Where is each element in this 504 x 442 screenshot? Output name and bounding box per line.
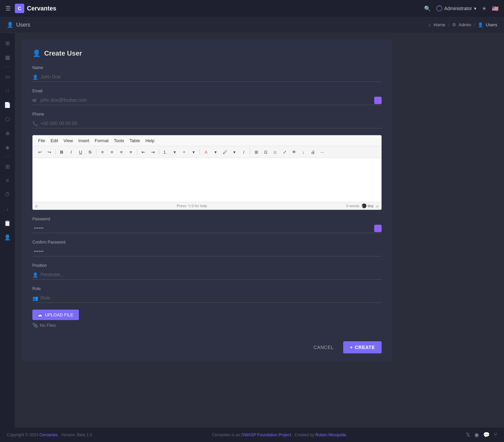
footer-owasp-link[interactable]: OWASP Foundation Project bbox=[241, 433, 291, 437]
highlight-dropdown[interactable]: ▾ bbox=[230, 148, 239, 156]
menu-icon[interactable]: ☰ bbox=[5, 5, 11, 12]
undo-button[interactable]: ↩ bbox=[35, 148, 44, 156]
github-icon[interactable]: ⑂ bbox=[494, 432, 497, 438]
editor-statusbar-right: 0 words t tiny ⊿ bbox=[346, 203, 379, 209]
users-icon: 👤 bbox=[7, 22, 13, 28]
emoji-button[interactable]: ☺ bbox=[271, 148, 279, 156]
sidebar-download-icon[interactable]: ↓ bbox=[1, 203, 13, 215]
underline-button[interactable]: U bbox=[76, 148, 85, 156]
editor-statusbar: p Press ⌥0 for help 0 words t tiny ⊿ bbox=[33, 202, 381, 210]
cancel-button[interactable]: CANCEL bbox=[308, 341, 339, 353]
role-input[interactable] bbox=[32, 293, 382, 303]
confirm-password-label: Confirm Password bbox=[32, 240, 382, 245]
ordered-list-dropdown[interactable]: ▾ bbox=[170, 148, 179, 156]
align-justify-button[interactable]: ≡ bbox=[126, 148, 135, 156]
redo-button[interactable]: ↪ bbox=[45, 148, 54, 156]
sidebar-shield-icon[interactable]: ⬡ bbox=[1, 113, 13, 125]
sidebar-dotgrid-icon[interactable]: ∷ bbox=[1, 85, 13, 97]
password-input[interactable] bbox=[32, 223, 382, 233]
page-title: 👤 Users bbox=[7, 22, 428, 28]
sidebar-calendar-icon[interactable]: ▦ bbox=[1, 51, 13, 63]
phone-field: Phone 📞 bbox=[32, 112, 382, 128]
email-input[interactable] bbox=[32, 95, 382, 105]
breadcrumb-home[interactable]: Home bbox=[434, 22, 445, 27]
sidebar-doc-icon[interactable]: 📋 bbox=[1, 217, 13, 229]
align-center-button[interactable]: ≡ bbox=[108, 148, 116, 156]
italic2-button[interactable]: I bbox=[239, 148, 248, 156]
menu-view[interactable]: View bbox=[61, 137, 75, 144]
discord-icon[interactable]: ◉ bbox=[474, 432, 479, 438]
menu-format[interactable]: Format bbox=[93, 137, 111, 144]
fullscreen-button[interactable]: ⤢ bbox=[280, 148, 289, 156]
position-input[interactable] bbox=[32, 270, 382, 280]
outdent-button[interactable]: ⇤ bbox=[139, 148, 148, 156]
create-button[interactable]: + CREATE bbox=[343, 341, 382, 353]
main-layout: ⊞ ▦ ▭ ∷ 📄 ⬡ ⊕ ◈ ⊞ ≡ ⏱ ↓ 📋 👤 👤 Create Use… bbox=[0, 33, 504, 428]
position-label: Position bbox=[32, 263, 382, 268]
phone-input[interactable] bbox=[32, 119, 382, 128]
chat-icon[interactable]: 💬 bbox=[483, 432, 490, 438]
sidebar-layers-icon[interactable]: ⊕ bbox=[1, 127, 13, 139]
editor-help-text: Press ⌥0 for help bbox=[177, 204, 207, 208]
sidebar-grid-icon[interactable]: ⊞ bbox=[1, 160, 13, 172]
search-icon[interactable]: 🔍 bbox=[424, 5, 431, 12]
unordered-list-dropdown[interactable]: ▾ bbox=[189, 148, 198, 156]
users-bc-icon: 👤 bbox=[478, 22, 483, 27]
menu-file[interactable]: File bbox=[36, 137, 47, 144]
sidebar-icon-3[interactable]: ▭ bbox=[1, 70, 13, 83]
email-icon: ✉ bbox=[32, 98, 36, 103]
confirm-password-field: Confirm Password bbox=[32, 240, 382, 256]
toolbar-sep-4 bbox=[159, 149, 159, 155]
upload-file-button[interactable]: ☁ UPLOAD FILE bbox=[32, 310, 79, 320]
font-color-button[interactable]: A bbox=[202, 148, 210, 156]
user-menu[interactable]: Administrator ▾ bbox=[436, 5, 476, 11]
strikethrough-button[interactable]: S bbox=[86, 148, 94, 156]
breadcrumb: ⌂ Home / ⚙ Admin / 👤 Users bbox=[428, 22, 497, 27]
align-right-button[interactable]: ≡ bbox=[117, 148, 126, 156]
twitter-icon[interactable]: 𝕏 bbox=[466, 432, 470, 438]
footer-author-link[interactable]: Ruben Mesquida bbox=[316, 433, 346, 437]
print-button[interactable]: 🖨 bbox=[308, 148, 317, 156]
sidebar-file-icon[interactable]: 📄 bbox=[1, 99, 13, 111]
confirm-password-input[interactable] bbox=[32, 247, 382, 256]
editor-body[interactable] bbox=[33, 158, 381, 202]
sidebar-dashboard-icon[interactable]: ⊞ bbox=[1, 37, 13, 49]
editor-resize-handle[interactable]: ⊿ bbox=[376, 204, 379, 208]
email-field: Email ✉ bbox=[32, 89, 382, 105]
indent-button[interactable]: ⇥ bbox=[148, 148, 157, 156]
toolbar-sep-1 bbox=[55, 149, 56, 155]
menu-tools[interactable]: Tools bbox=[112, 137, 126, 144]
table-button[interactable]: ⊞ bbox=[252, 148, 261, 156]
unordered-list-button[interactable]: • bbox=[180, 148, 188, 156]
sidebar-tag-icon[interactable]: ◈ bbox=[1, 141, 13, 153]
menu-edit[interactable]: Edit bbox=[49, 137, 60, 144]
email-input-wrapper: ✉ bbox=[32, 95, 382, 105]
flag-icon[interactable]: 🇺🇸 bbox=[492, 5, 499, 12]
sidebar-user-icon[interactable]: 👤 bbox=[1, 231, 13, 243]
name-input[interactable] bbox=[32, 72, 382, 82]
italic-button[interactable]: I bbox=[67, 148, 76, 156]
footer-right: 𝕏 ◉ 💬 ⑂ bbox=[466, 432, 497, 438]
footer: Copyright © 2024 Cervantes . Version: Be… bbox=[0, 428, 504, 442]
menu-help[interactable]: Help bbox=[143, 137, 156, 144]
bold-button[interactable]: B bbox=[57, 148, 66, 156]
align-left-button[interactable]: ≡ bbox=[98, 148, 107, 156]
sidebar-list-icon[interactable]: ≡ bbox=[1, 175, 13, 187]
sidebar-clock-icon[interactable]: ⏱ bbox=[1, 189, 13, 201]
special-chars-button[interactable]: Ω bbox=[261, 148, 270, 156]
upload-cloud-icon: ☁ bbox=[38, 312, 42, 317]
highlight-button[interactable]: 🖊 bbox=[220, 148, 229, 156]
theme-icon[interactable]: ☀ bbox=[482, 5, 486, 12]
footer-brand-link[interactable]: Cervantes bbox=[39, 433, 58, 437]
ordered-list-button[interactable]: 1. bbox=[161, 148, 170, 156]
more-button[interactable]: ··· bbox=[318, 148, 327, 156]
menu-insert[interactable]: Insert bbox=[76, 137, 91, 144]
menu-table[interactable]: Table bbox=[127, 137, 142, 144]
save-button[interactable]: ↓ bbox=[299, 148, 308, 156]
card-title-text: Create User bbox=[44, 50, 82, 57]
richtext-editor[interactable]: File Edit View Insert Format Tools Table… bbox=[32, 135, 382, 210]
font-color-dropdown[interactable]: ▾ bbox=[211, 148, 220, 156]
preview-button[interactable]: 👁 bbox=[290, 148, 298, 156]
upload-section: ☁ UPLOAD FILE 📎 No Files bbox=[32, 310, 382, 328]
breadcrumb-admin[interactable]: Admin bbox=[459, 22, 471, 27]
